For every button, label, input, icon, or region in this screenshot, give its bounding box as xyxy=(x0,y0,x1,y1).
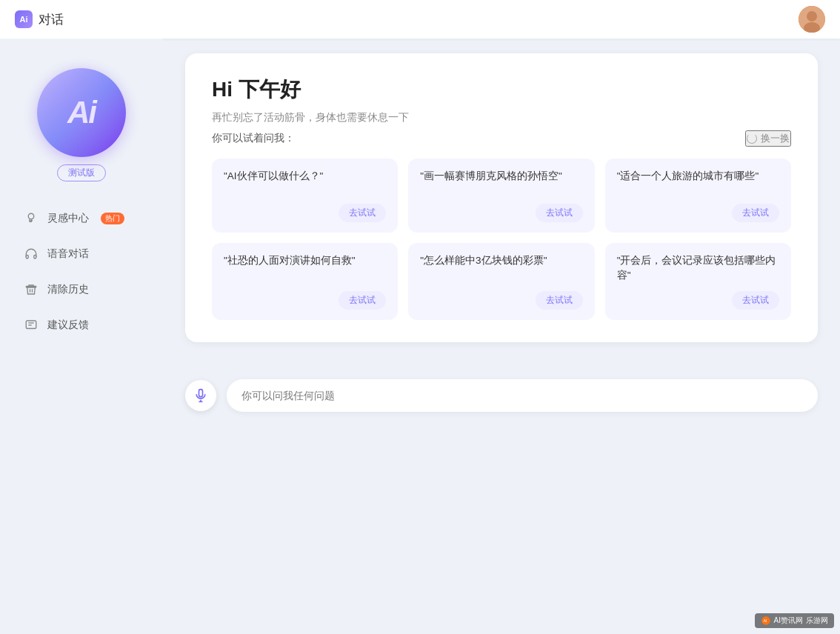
chat-card: Hi 下午好 再忙别忘了活动筋骨，身体也需要休息一下 你可以试着问我： 换一换 … xyxy=(185,53,818,342)
suggestion-text-0: "AI伙伴可以做什么？" xyxy=(224,169,386,196)
search-input-wrap xyxy=(227,379,818,412)
ai-logo-circle: Ai xyxy=(37,68,126,157)
sidebar-item-voice[interactable]: 语音对话 xyxy=(15,239,148,269)
suggestion-card-4[interactable]: "怎么样能中3亿块钱的彩票" 去试试 xyxy=(408,243,594,320)
sidebar-item-voice-label: 语音对话 xyxy=(47,247,89,261)
bottom-bar xyxy=(0,370,840,421)
header-title: 对话 xyxy=(39,11,64,28)
header: Ai 对话 xyxy=(0,0,840,39)
svg-rect-10 xyxy=(199,390,203,397)
sidebar-item-clear[interactable]: 清除历史 xyxy=(15,275,148,304)
try-btn-2[interactable]: 去试试 xyxy=(732,204,779,222)
sidebar: Ai 测试版 灵感中心 热门 xyxy=(0,39,163,370)
suggestion-card-3[interactable]: "社恐的人面对演讲如何自救" 去试试 xyxy=(212,243,398,320)
mic-icon xyxy=(193,388,208,403)
suggestion-card-2[interactable]: "适合一个人旅游的城市有哪些" 去试试 xyxy=(605,158,791,233)
try-btn-3[interactable]: 去试试 xyxy=(339,291,386,310)
lightbulb-icon xyxy=(24,211,39,226)
try-btn-5[interactable]: 去试试 xyxy=(732,291,779,310)
sidebar-item-clear-label: 清除历史 xyxy=(47,283,89,296)
search-input[interactable] xyxy=(241,390,803,401)
mic-button[interactable] xyxy=(185,380,216,411)
refresh-icon xyxy=(747,133,757,144)
suggestion-card-1[interactable]: "画一幅赛博朋克风格的孙悟空" 去试试 xyxy=(408,158,594,233)
trash-icon xyxy=(24,282,39,297)
content: Hi 下午好 再忙别忘了活动筋骨，身体也需要休息一下 你可以试着问我： 换一换 … xyxy=(163,39,840,370)
suggestion-text-5: "开会后，会议记录应该包括哪些内容" xyxy=(617,253,779,284)
watermark-icon: AI xyxy=(761,615,771,626)
sidebar-item-inspiration-label: 灵感中心 xyxy=(47,212,89,225)
greeting-subtitle: 再忙别忘了活动筋骨，身体也需要休息一下 xyxy=(212,111,791,124)
svg-rect-7 xyxy=(26,321,36,329)
refresh-button[interactable]: 换一换 xyxy=(745,130,791,147)
hot-badge: 热门 xyxy=(101,213,124,224)
svg-text:AI: AI xyxy=(763,618,767,623)
svg-rect-4 xyxy=(26,287,36,288)
watermark-sub: 乐游网 xyxy=(806,615,828,626)
sidebar-nav: 灵感中心 热门 语音对话 xyxy=(0,204,163,355)
try-label-row: 你可以试着问我： 换一换 xyxy=(212,130,791,147)
sidebar-item-inspiration[interactable]: 灵感中心 热门 xyxy=(15,204,148,233)
sidebar-item-feedback[interactable]: 建议反馈 xyxy=(15,310,148,340)
sidebar-item-feedback-label: 建议反馈 xyxy=(47,318,89,332)
svg-point-1 xyxy=(807,11,817,21)
ai-logo-area: Ai 测试版 xyxy=(0,53,163,204)
feedback-icon xyxy=(24,318,39,333)
main-layout: Ai 测试版 灵感中心 热门 xyxy=(0,39,840,370)
header-avatar[interactable] xyxy=(799,6,825,33)
suggestion-text-1: "画一幅赛博朋克风格的孙悟空" xyxy=(420,169,582,196)
try-btn-4[interactable]: 去试试 xyxy=(536,291,583,310)
header-left: Ai 对话 xyxy=(15,10,64,28)
try-btn-0[interactable]: 去试试 xyxy=(339,204,386,222)
beta-badge: 测试版 xyxy=(57,164,106,181)
suggestion-text-2: "适合一个人旅游的城市有哪些" xyxy=(617,169,779,196)
suggestion-card-5[interactable]: "开会后，会议记录应该包括哪些内容" 去试试 xyxy=(605,243,791,320)
svg-point-3 xyxy=(28,213,34,219)
watermark: AI AI赞讯网 乐游网 xyxy=(755,613,834,628)
suggestion-text-4: "怎么样能中3亿块钱的彩票" xyxy=(420,253,582,284)
suggestion-text-3: "社恐的人面对演讲如何自救" xyxy=(224,253,386,284)
headphone-icon xyxy=(24,247,39,261)
header-ai-badge: Ai xyxy=(15,10,33,28)
watermark-text: AI赞讯网 xyxy=(774,615,803,626)
try-label: 你可以试着问我： xyxy=(212,132,295,145)
try-btn-1[interactable]: 去试试 xyxy=(536,204,583,222)
greeting-title: Hi 下午好 xyxy=(212,76,791,104)
suggestion-grid: "AI伙伴可以做什么？" 去试试 "画一幅赛博朋克风格的孙悟空" 去试试 "适合… xyxy=(212,158,791,320)
suggestion-card-0[interactable]: "AI伙伴可以做什么？" 去试试 xyxy=(212,158,398,233)
